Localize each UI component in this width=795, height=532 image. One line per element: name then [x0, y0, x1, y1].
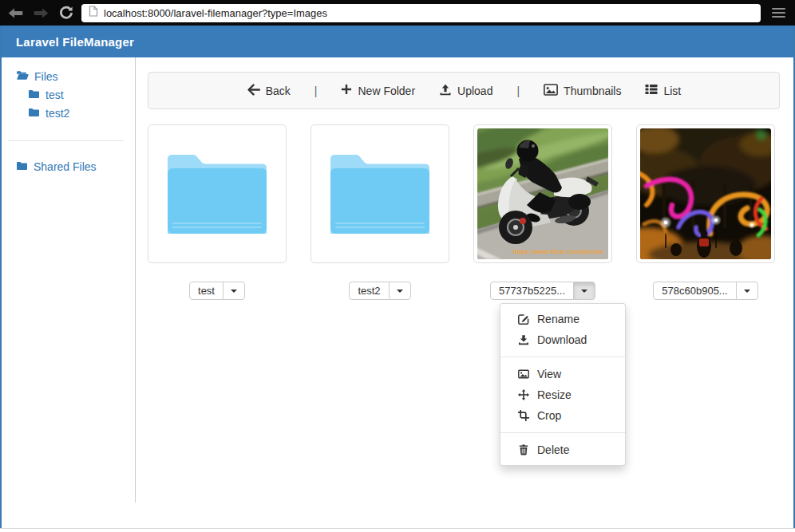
- toolbar-separator: |: [314, 85, 318, 97]
- back-button[interactable]: Back: [247, 84, 291, 98]
- browser-back-icon[interactable]: [8, 7, 23, 19]
- folder-large-icon: [324, 149, 436, 238]
- items-grid: test test2: [148, 124, 780, 300]
- back-label: Back: [266, 85, 291, 97]
- menu-item-view[interactable]: View: [500, 364, 625, 384]
- back-arrow-icon: [247, 84, 260, 98]
- toolbar: Back | New Folder Uploa: [148, 72, 780, 109]
- caret-down-icon: [231, 290, 237, 293]
- page-document-icon: [89, 6, 98, 20]
- item-action-button-group: test: [189, 282, 245, 300]
- menu-item-download[interactable]: Download: [500, 329, 625, 350]
- item-name-button[interactable]: 57737b5225...: [491, 282, 573, 299]
- app-header: Laravel FileManager: [2, 26, 793, 57]
- folder-large-icon: [161, 149, 273, 238]
- item-dropdown-toggle[interactable]: [736, 282, 757, 299]
- caret-down-icon: [397, 290, 403, 293]
- menu-item-crop[interactable]: Crop: [500, 405, 625, 426]
- browser-chrome: localhost:8000/laravel-filemanager?type=…: [0, 0, 795, 26]
- folder-thumbnail[interactable]: [310, 124, 449, 263]
- item-dropdown-toggle[interactable]: [223, 282, 244, 299]
- toolbar-separator: |: [516, 85, 520, 97]
- sidebar-item-label: Files: [34, 70, 58, 83]
- url-text[interactable]: localhost:8000/laravel-filemanager?type=…: [104, 7, 327, 19]
- image-thumbnail[interactable]: [636, 124, 775, 263]
- sidebar-item-test2[interactable]: test2: [28, 107, 135, 120]
- menu-item-rename[interactable]: Rename: [500, 309, 625, 329]
- download-icon: [518, 334, 529, 345]
- motorcycle-photo: https://www.flickr.com/photos: [477, 128, 608, 259]
- crop-icon: [518, 410, 529, 421]
- list-label: List: [663, 85, 681, 97]
- folder-tree-sidebar: Files test test2 Shared Files: [2, 57, 136, 502]
- upload-button[interactable]: Upload: [439, 84, 492, 98]
- folder-open-icon: [16, 70, 29, 83]
- menu-divider: [500, 357, 625, 357]
- browser-menu-icon[interactable]: [770, 6, 787, 20]
- menu-item-label: Delete: [537, 443, 569, 457]
- plus-icon: [341, 84, 352, 97]
- rename-icon: [518, 313, 529, 325]
- folder-thumbnail[interactable]: [148, 124, 287, 263]
- new-folder-label: New Folder: [358, 85, 415, 97]
- sidebar-item-shared-files[interactable]: Shared Files: [16, 160, 135, 173]
- upload-label: Upload: [457, 85, 492, 97]
- menu-divider: [500, 432, 625, 433]
- content-area: Back | New Folder Uploa: [136, 57, 793, 528]
- menu-item-resize[interactable]: Resize: [500, 384, 625, 405]
- item-dropdown-menu: Rename Download View: [500, 303, 626, 466]
- menu-item-label: Resize: [537, 388, 572, 402]
- browser-forward-icon[interactable]: [34, 7, 49, 19]
- item-name-button[interactable]: test2: [350, 282, 388, 299]
- item-action-button-group: test2: [349, 282, 410, 300]
- folder-icon: [28, 107, 40, 120]
- browser-reload-icon[interactable]: [59, 6, 73, 20]
- delete-icon: [518, 444, 529, 455]
- sidebar-item-label: Shared Files: [34, 160, 97, 173]
- menu-item-label: Download: [537, 333, 587, 347]
- menu-item-label: Rename: [537, 312, 579, 326]
- view-icon: [518, 368, 529, 380]
- item-dropdown-toggle-open[interactable]: [573, 282, 595, 299]
- thumbnails-label: Thumbnails: [564, 85, 621, 97]
- light-painting-photo: [640, 128, 771, 259]
- menu-item-label: View: [537, 367, 561, 381]
- grid-item-image-2: 578c60b905...: [636, 124, 775, 300]
- folder-icon: [16, 160, 28, 173]
- watermark-text: https://www.flickr.com/photos: [513, 248, 604, 255]
- sidebar-item-label: test: [45, 89, 64, 101]
- grid-item-folder-test2: test2: [310, 124, 449, 300]
- caret-down-icon: [744, 290, 750, 293]
- list-button[interactable]: List: [645, 84, 681, 97]
- resize-icon: [518, 389, 529, 400]
- item-dropdown-toggle[interactable]: [389, 282, 410, 299]
- menu-item-label: Crop: [537, 408, 561, 423]
- item-action-button-group: 578c60b905...: [653, 282, 757, 300]
- caret-down-icon: [581, 290, 587, 293]
- sidebar-item-label: test2: [45, 107, 69, 120]
- menu-item-delete[interactable]: Delete: [500, 439, 625, 460]
- filemanager-page: Laravel FileManager Files test: [0, 26, 795, 528]
- new-folder-button[interactable]: New Folder: [341, 84, 415, 97]
- app-title: Laravel FileManager: [16, 35, 134, 49]
- item-name-button[interactable]: test: [190, 282, 223, 299]
- item-action-button-group: 57737b5225...: [490, 282, 595, 300]
- address-bar[interactable]: localhost:8000/laravel-filemanager?type=…: [81, 4, 761, 22]
- picture-icon: [544, 84, 558, 98]
- item-name-button[interactable]: 578c60b905...: [654, 282, 735, 299]
- thumbnails-button[interactable]: Thumbnails: [544, 84, 621, 98]
- sidebar-item-test[interactable]: test: [28, 89, 135, 101]
- grid-item-image-1: https://www.flickr.com/photos 57737b5225…: [473, 124, 612, 300]
- window-bottom-edge: [0, 528, 795, 529]
- grid-item-folder-test: test: [148, 124, 287, 300]
- upload-icon: [439, 84, 452, 98]
- image-thumbnail[interactable]: https://www.flickr.com/photos: [473, 124, 612, 263]
- folder-icon: [28, 89, 40, 101]
- sidebar-divider: [8, 140, 124, 141]
- list-icon: [645, 84, 658, 97]
- sidebar-item-files[interactable]: Files: [16, 70, 135, 83]
